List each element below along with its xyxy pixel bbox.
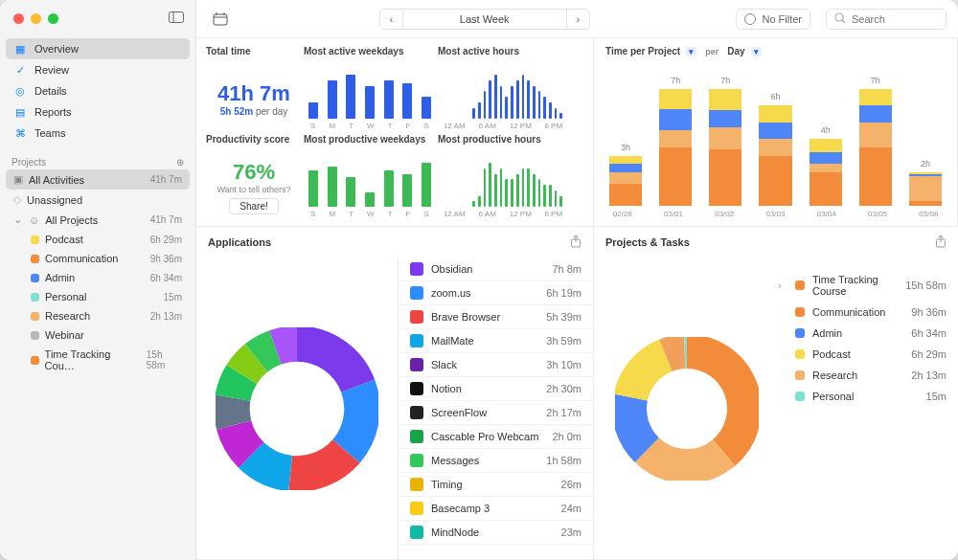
calendar-button[interactable] xyxy=(208,9,233,30)
project-duration: 41h 7m xyxy=(150,214,182,225)
project-item[interactable]: Research2h 13m xyxy=(6,306,190,325)
project-color-swatch xyxy=(795,280,805,290)
chevron-down-icon[interactable]: ⌄ xyxy=(13,213,23,226)
sidebar-toggle-icon[interactable] xyxy=(169,11,184,25)
search-field[interactable] xyxy=(826,9,947,30)
projects-tasks-row[interactable]: ›Podcast6h 29m xyxy=(778,344,947,365)
project-list: ▣All Activities 41h 7m ◇Unassigned ⌄☺All… xyxy=(0,169,195,383)
app-icon xyxy=(410,358,423,371)
app-duration: 5h 39m xyxy=(546,311,582,323)
productivity-stat: 76% Want to tell others? Share! xyxy=(206,155,302,218)
project-duration: 6h 29m xyxy=(150,235,182,245)
project-item[interactable]: Webinar xyxy=(6,325,190,345)
share-icon[interactable] xyxy=(935,235,947,250)
application-row[interactable]: Obsidian7h 8m xyxy=(399,258,593,281)
project-item[interactable]: Admin6h 34m xyxy=(6,268,190,287)
app-name: Basecamp 3 xyxy=(431,503,554,514)
project-duration: 2h 13m xyxy=(911,370,947,381)
nav-item-review[interactable]: ✓Review xyxy=(6,59,190,80)
app-name: Timing xyxy=(431,479,554,490)
project-item[interactable]: Personal15m xyxy=(6,287,190,306)
project-item[interactable]: Communication9h 36m xyxy=(6,249,190,268)
projects-tasks-row[interactable]: ›Personal15m xyxy=(778,386,947,407)
application-row[interactable]: Notion2h 30m xyxy=(399,377,593,401)
projects-tasks-row[interactable]: ›Admin6h 34m xyxy=(778,323,947,344)
application-row[interactable]: Basecamp 324m xyxy=(399,497,593,521)
projects-tasks-row[interactable]: ›Communication9h 36m xyxy=(778,302,947,323)
application-row[interactable]: MailMate3h 59m xyxy=(399,329,593,353)
close-window[interactable] xyxy=(13,13,24,24)
nav-item-overview[interactable]: ▦Overview xyxy=(6,38,190,59)
date-range-navigator: ‹ Last Week › xyxy=(379,9,590,30)
share-icon[interactable] xyxy=(570,235,582,250)
application-row[interactable]: Timing26m xyxy=(399,473,593,497)
app-duration: 26m xyxy=(561,479,582,490)
project-item[interactable]: Time Tracking Cou…15h 58m xyxy=(6,345,190,375)
project-label: Personal xyxy=(45,291,86,302)
people-icon: ⌘ xyxy=(13,126,27,140)
project-color-swatch xyxy=(795,328,805,338)
period-label[interactable]: Last Week xyxy=(403,13,566,25)
hdr-productive-hours: Most productive hours xyxy=(438,134,570,151)
application-row[interactable]: ScreenFlow2h 17m xyxy=(399,401,593,425)
project-name: Podcast xyxy=(812,348,903,360)
app-name: Slack xyxy=(431,359,538,370)
app-icon xyxy=(410,406,423,419)
next-period-button[interactable]: › xyxy=(566,10,589,29)
search-input[interactable] xyxy=(852,13,938,25)
project-unassigned[interactable]: ◇Unassigned xyxy=(6,190,190,210)
tpr-chip-1[interactable]: ▾ xyxy=(686,47,696,56)
projects-tasks-row[interactable]: ›Time Tracking Course15h 58m xyxy=(778,269,947,302)
nav-label: Reports xyxy=(34,106,72,118)
nav-item-teams[interactable]: ⌘Teams xyxy=(6,123,190,144)
app-icon xyxy=(410,526,423,539)
hdr-productive-weekdays: Most productive weekdays xyxy=(304,134,436,151)
add-project-icon[interactable]: ⊕ xyxy=(176,157,184,168)
share-button[interactable]: Share! xyxy=(229,198,278,214)
project-name: Admin xyxy=(812,327,903,339)
tpr-chip-2[interactable]: ▾ xyxy=(751,47,762,56)
project-duration: 9h 36m xyxy=(150,254,182,264)
applications-panel: Applications Obsidian7h 8mzoom.us6h 19mB… xyxy=(196,227,594,560)
minimize-window[interactable] xyxy=(31,13,41,24)
application-row[interactable]: zoom.us6h 19m xyxy=(399,281,593,305)
project-all-activities[interactable]: ▣All Activities 41h 7m xyxy=(6,169,190,190)
chart-applications-donut xyxy=(216,327,378,490)
project-duration: 6h 29m xyxy=(911,348,947,360)
project-all-projects[interactable]: ⌄☺All Projects 41h 7m xyxy=(6,210,190,230)
fullscreen-window[interactable] xyxy=(48,13,58,24)
tpr-header: Time per Project ▾ per Day ▾ xyxy=(605,46,946,56)
time-per-project-panel: Time per Project ▾ per Day ▾ 3h7h7h6h4h7… xyxy=(594,38,958,227)
application-row[interactable]: Messages1h 58m xyxy=(399,449,593,473)
filter-icon xyxy=(744,13,756,25)
nav-item-details[interactable]: ◎Details xyxy=(6,80,190,101)
application-row[interactable]: Brave Browser5h 39m xyxy=(399,305,593,329)
projects-tasks-row[interactable]: ›Research2h 13m xyxy=(778,365,947,386)
projects-tasks-title: Projects & Tasks xyxy=(605,236,690,248)
prev-period-button[interactable]: ‹ xyxy=(380,10,403,29)
nav-item-reports[interactable]: ▤Reports xyxy=(6,101,190,123)
app-name: MailMate xyxy=(431,335,538,347)
app-duration: 3h 59m xyxy=(546,335,582,347)
project-label: All Activities xyxy=(29,174,84,186)
projects-header: Projects ⊕ xyxy=(0,147,195,169)
application-row[interactable]: MindNode23m xyxy=(399,521,593,545)
nav: ▦Overview✓Review◎Details▤Reports⌘Teams xyxy=(0,25,195,147)
application-row[interactable]: Cascable Pro Webcam2h 0m xyxy=(399,425,593,449)
app-name: zoom.us xyxy=(431,287,538,299)
main: ‹ Last Week › No Filter Total time Most … xyxy=(196,0,958,560)
project-duration: 6h 34m xyxy=(911,327,947,339)
svg-rect-0 xyxy=(170,12,184,23)
project-duration: 15m xyxy=(164,292,182,302)
filter-dropdown[interactable]: No Filter xyxy=(736,9,810,30)
project-label: Time Tracking Cou… xyxy=(45,348,139,371)
project-label: Communication xyxy=(45,253,118,264)
application-row[interactable]: Slack3h 10m xyxy=(399,353,593,377)
productivity-value: 76% xyxy=(233,160,275,185)
person-icon: ☺ xyxy=(29,214,39,226)
project-duration: 15h 58m xyxy=(905,280,947,291)
app-icon xyxy=(410,430,423,443)
app-name: ScreenFlow xyxy=(431,407,538,418)
project-item[interactable]: Podcast6h 29m xyxy=(6,230,190,249)
project-color-swatch xyxy=(795,392,805,401)
